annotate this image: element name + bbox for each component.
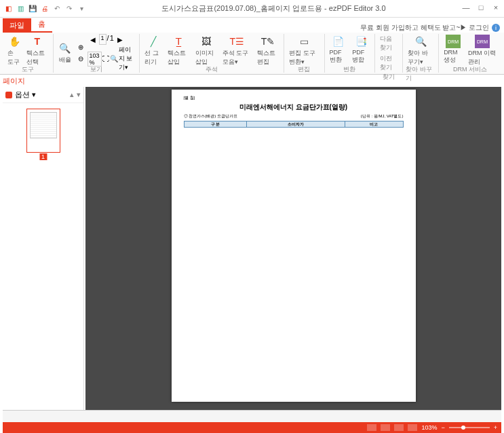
view-mode-1[interactable]: [367, 424, 376, 431]
qat-icon-2[interactable]: ▥: [15, 3, 26, 14]
doc-title: 미래엔서해에너지 요금단가표(열량): [184, 102, 404, 112]
annot-tools-button[interactable]: T☰주석 도구 모음▾: [220, 34, 254, 67]
drm-history-button[interactable]: DRMDRM 이력 관리: [466, 34, 499, 67]
gear-icon: [5, 92, 12, 98]
edit-tool-button[interactable]: ▭편집 도구 변환▾: [287, 34, 321, 67]
th-category: 구 분: [184, 121, 247, 128]
line-draw-button[interactable]: ╱선 그리기: [142, 34, 164, 67]
save-icon[interactable]: 💾: [27, 3, 38, 14]
print-icon[interactable]: 🖨: [39, 3, 50, 14]
page-thumbnail[interactable]: 1: [26, 109, 60, 153]
group-label: 찾기: [383, 73, 395, 81]
tab-file[interactable]: 파일: [3, 18, 31, 33]
redo-icon[interactable]: ↷: [64, 3, 75, 14]
fit-icon-1[interactable]: ⛶: [102, 54, 109, 64]
zoom-value[interactable]: 103 %: [88, 52, 102, 67]
maximize-button[interactable]: □: [476, 3, 486, 14]
page-view-button[interactable]: 페이지 보기▾: [119, 45, 137, 72]
view-mode-4[interactable]: [408, 424, 417, 431]
group-label: 편집: [298, 65, 310, 74]
zoom-minus-button[interactable]: −: [441, 424, 444, 431]
minimize-button[interactable]: —: [461, 3, 471, 14]
ribbon-group-replace: 🔍찾아 바 꾸기▾ 찾아 바꾸기: [403, 34, 439, 73]
tab-0[interactable]: 홈: [31, 17, 52, 33]
price-table: 구 분 소비자가 비고: [184, 121, 404, 128]
pdf-convert-button[interactable]: 📄PDF 변환: [328, 34, 349, 65]
sidebar-nav-down-icon[interactable]: ▾: [77, 90, 81, 99]
group-label: 찾아 바꾸기: [406, 65, 435, 83]
ribbon-group-view: 🔍배율 ⊕ ⊖ ◀ 1 / 1 ▶ 103 % ⛶: [54, 34, 140, 73]
page-prev-icon[interactable]: ◀: [88, 34, 98, 45]
find-prev-button[interactable]: 이전 찾기: [378, 54, 400, 73]
close-button[interactable]: ×: [490, 3, 501, 14]
bottom-tabs: [3, 410, 501, 422]
info-icon[interactable]: i: [492, 24, 500, 32]
zoom-in-icon[interactable]: ⊕: [75, 42, 86, 53]
thumb-page-num: 1: [39, 153, 47, 160]
ribbon-tabs: 파일 홈 무료 회원 가입하고 혜택도 받고~▶ 로그인 i: [0, 18, 504, 33]
group-label: 주석: [206, 65, 218, 74]
th-price: 소비자가: [247, 121, 345, 128]
pdf-page: [별 첨] 미래엔서해에너지 요금단가표(열량) ◎ 천연가스(배관) 요금단가…: [172, 90, 416, 402]
status-zoom: 103%: [421, 424, 437, 431]
doc-subtitle-left: ◎ 천연가스(배관) 요금단가표: [184, 113, 237, 119]
page-next-icon[interactable]: ▶: [115, 34, 125, 45]
sidebar-title: 페이지: [3, 76, 25, 86]
status-bar: 103% − +: [3, 422, 501, 433]
doc-subtitle-right: (단위 : 원/MJ, VAT별도): [361, 113, 404, 119]
pdf-merge-button[interactable]: 📑PDF 병합: [350, 34, 372, 65]
ribbon-group-convert: 📄PDF 변환 📑PDF 병합 변환: [325, 34, 376, 73]
group-label: 도구: [22, 65, 34, 74]
sidebar-nav-up-icon[interactable]: ▴: [70, 90, 74, 99]
zoom-plus-button[interactable]: +: [494, 424, 497, 431]
sidebar: 옵션 ▾ ▴ ▾ 1: [3, 87, 84, 410]
group-label: 보기: [90, 65, 102, 74]
ribbon-group-find: 다음 찾기 이전 찾기 찾기: [375, 34, 403, 73]
ribbon-group-drm: DRMDRM 생성 DRMDRM 이력 관리 DRM 서비스: [439, 34, 501, 73]
view-mode-3[interactable]: [394, 424, 404, 431]
page-bracket: [별 첨]: [184, 95, 404, 101]
window-controls: — □ ×: [461, 3, 501, 14]
ribbon-right-link[interactable]: 무료 회원 가입하고 혜택도 받고~▶ 로그인 i: [360, 23, 504, 33]
group-label: 변환: [343, 65, 355, 74]
ribbon-group-tools: ✋손 도구 T텍스트 선택 도구: [3, 34, 54, 73]
ribbon: ✋손 도구 T텍스트 선택 도구 🔍배율 ⊕ ⊖ ◀ 1 / 1 ▶: [0, 33, 504, 75]
view-mode-2[interactable]: [381, 424, 390, 431]
qat-icon-1[interactable]: ◧: [3, 3, 14, 14]
qat-more-icon[interactable]: ▾: [76, 3, 87, 14]
ribbon-group-annot: ╱선 그리기 T̲텍스트 삽입 🖼이미지 삽입 T☰주석 도구 모음▾ T✎텍스…: [140, 34, 284, 73]
th-note: 비고: [345, 121, 403, 128]
zoom-slider[interactable]: [449, 427, 490, 428]
page-current[interactable]: 1: [99, 34, 106, 45]
textbox-button[interactable]: T̲텍스트 삽입: [166, 34, 191, 67]
text-select-button[interactable]: T텍스트 선택: [24, 34, 50, 67]
group-label: DRM 서비스: [453, 65, 487, 74]
zoom-button[interactable]: 🔍배율: [56, 41, 74, 65]
undo-icon[interactable]: ↶: [52, 3, 62, 14]
text-edit-button[interactable]: T✎텍스트 편집: [255, 34, 281, 67]
zoom-out-icon[interactable]: ⊖: [75, 54, 86, 64]
sidebar-options[interactable]: 옵션 ▾ ▴ ▾: [3, 87, 83, 103]
window-title: 도시가스요금표(2019.07.08)_홈페이지 업로드용 - ezPDF Ed…: [87, 3, 461, 14]
image-insert-button[interactable]: 🖼이미지 삽입: [193, 34, 219, 67]
document-area[interactable]: [별 첨] 미래엔서해에너지 요금단가표(열량) ◎ 천연가스(배관) 요금단가…: [85, 87, 501, 410]
fit-icon-2[interactable]: 🔍: [110, 54, 118, 64]
titlebar: ◧ ▥ 💾 🖨 ↶ ↷ ▾ 도시가스요금표(2019.07.08)_홈페이지 업…: [0, 0, 504, 18]
ribbon-group-edit: ▭편집 도구 변환▾ 편집: [284, 34, 324, 73]
find-next-button[interactable]: 다음 찾기: [378, 34, 400, 53]
drm-create-button[interactable]: DRMDRM 생성: [442, 34, 465, 65]
hand-tool-button[interactable]: ✋손 도구: [5, 34, 23, 67]
find-replace-button[interactable]: 🔍찾아 바 꾸기▾: [406, 34, 435, 67]
quick-access-toolbar: ◧ ▥ 💾 🖨 ↶ ↷ ▾: [3, 3, 87, 14]
